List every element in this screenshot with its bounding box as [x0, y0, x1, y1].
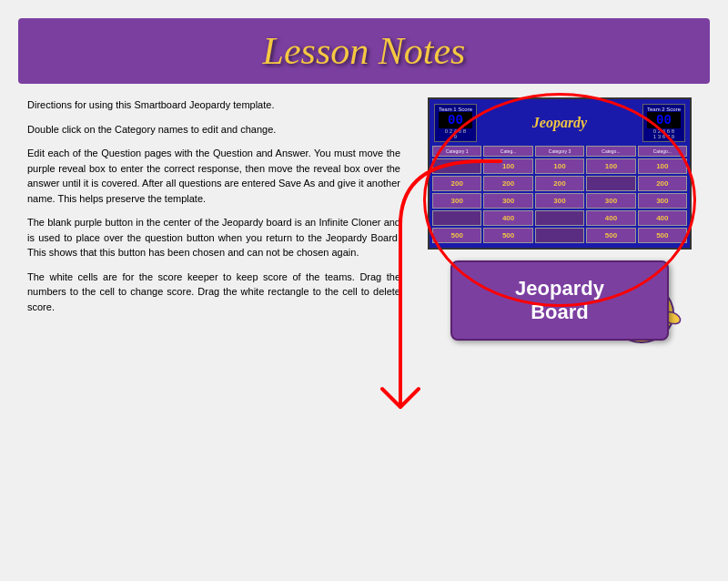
team1-digits: 0 2 4 6 8 9: [439, 128, 472, 139]
cell-3-4[interactable]: 300: [586, 193, 635, 209]
center-title: Jeopardy: [477, 115, 642, 131]
page-title: Lesson Notes: [263, 30, 466, 72]
category-5[interactable]: Catego...: [638, 146, 687, 157]
team2-score: Team 2 Score 00 0 2 4 6 81 3 6 7 9: [642, 104, 685, 142]
instruction-p2: Double click on the Category names to ed…: [27, 122, 400, 138]
right-area: Team 1 Score 00 0 2 4 6 8 9 Jeopardy Tea…: [419, 97, 701, 359]
cell-5-5[interactable]: 500: [638, 228, 687, 243]
page-header: Lesson Notes: [18, 18, 710, 84]
cell-3-5[interactable]: 300: [638, 193, 687, 209]
team2-score-display: 00: [647, 112, 681, 128]
team2-label: Team 2 Score: [647, 107, 681, 112]
cell-4-4[interactable]: 400: [586, 210, 635, 226]
team1-score: Team 1 Score 00 0 2 4 6 8 9: [434, 104, 477, 142]
cell-4-5[interactable]: 400: [638, 210, 687, 226]
instruction-p1: Directions for using this Smartboard Jeo…: [27, 97, 400, 113]
instruction-p3: Edit each of the Question pages with the…: [27, 146, 400, 206]
team1-score-display: 00: [439, 112, 472, 128]
instructions-area: Directions for using this Smartboard Jeo…: [27, 97, 400, 359]
cell-5-4[interactable]: 500: [586, 228, 635, 243]
instruction-p5: The white cells are for the score keeper…: [27, 270, 400, 315]
cell-2-5[interactable]: 200: [638, 176, 687, 191]
team2-digits: 0 2 4 6 81 3 6 7 9: [647, 128, 681, 139]
red-arrow: [364, 152, 546, 425]
main-content: Directions for using this Smartboard Jeo…: [0, 84, 728, 372]
instruction-p4: The blank purple button in the center of…: [27, 215, 400, 260]
preview-header: Team 1 Score 00 0 2 4 6 8 9 Jeopardy Tea…: [432, 102, 687, 144]
category-4[interactable]: Catego...: [586, 146, 635, 157]
cell-2-4[interactable]: 200: [586, 176, 635, 191]
team1-label: Team 1 Score: [439, 107, 472, 112]
cell-1-5[interactable]: 100: [638, 158, 687, 174]
cell-1-4[interactable]: 100: [586, 158, 635, 174]
